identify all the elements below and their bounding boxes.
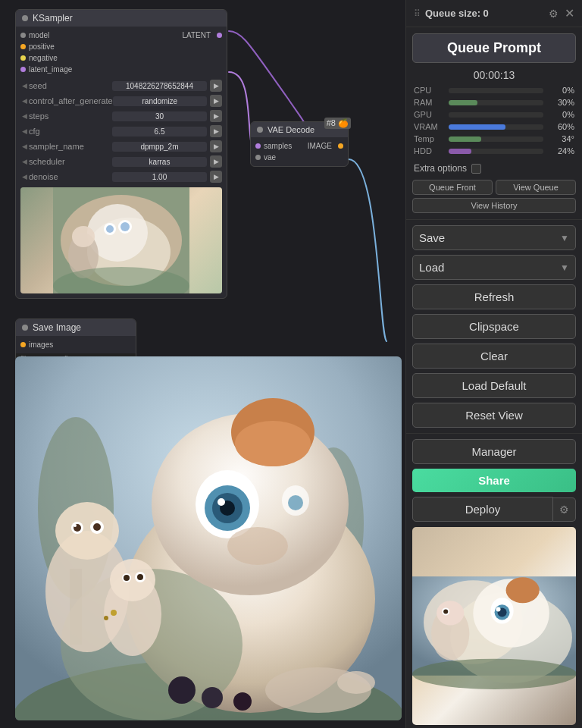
ksampler-ports: model LATENT positive negative: [16, 27, 227, 78]
stat-cpu: CPU 0%: [414, 84, 574, 96]
svg-point-53: [506, 577, 540, 603]
extra-options-label: Extra options: [414, 163, 467, 174]
svg-point-37: [110, 559, 155, 601]
divider-2: [406, 433, 582, 434]
svg-point-28: [227, 527, 288, 565]
stat-ram: RAM 30%: [414, 96, 574, 108]
svg-point-42: [111, 610, 117, 616]
port-dot-vae: [255, 155, 261, 160]
load-arrow-icon: ▼: [560, 262, 569, 273]
extra-options-row: Extra options: [406, 160, 582, 177]
port-positive: positive: [16, 41, 227, 52]
port-dot-negative: [20, 55, 26, 61]
svg-point-27: [288, 495, 303, 510]
ksampler-label: KSampler: [33, 13, 73, 24]
large-preview: [15, 356, 402, 720]
port-dot-image-out: [338, 143, 343, 149]
port-model: model LATENT: [16, 30, 227, 41]
svg-point-43: [104, 616, 108, 620]
refresh-button[interactable]: Refresh: [412, 284, 576, 309]
stat-gpu: GPU 0%: [414, 108, 574, 121]
deploy-gear-icon[interactable]: ⚙: [553, 497, 576, 522]
clipspace-button[interactable]: Clipspace: [412, 314, 576, 339]
svg-point-25: [217, 498, 225, 506]
svg-point-9: [72, 226, 95, 247]
save-label: Save Image: [33, 322, 81, 333]
svg-point-62: [412, 659, 576, 689]
view-history-button[interactable]: View History: [412, 198, 576, 213]
ksampler-art: [20, 187, 222, 293]
divider-1: [406, 219, 582, 220]
svg-point-35: [93, 523, 101, 531]
grid-icon: ⠿: [414, 8, 421, 19]
svg-point-30: [55, 502, 119, 560]
svg-point-48: [337, 671, 375, 694]
vae-decode-node: VAE Decode #8 🍊 samples IMAGE vae: [250, 121, 349, 167]
thumbnail-preview: [412, 527, 576, 725]
vae-title: VAE Decode #8 🍊: [251, 122, 348, 137]
deploy-button[interactable]: Deploy: [412, 497, 553, 522]
param-cfg: ◀ cfg 6.5 ▶: [16, 124, 227, 139]
close-icon[interactable]: ✕: [565, 6, 574, 20]
stats-section: CPU 0% RAM 30% GPU 0% VRAM 60%: [406, 83, 582, 160]
port-dot-images: [20, 342, 26, 347]
svg-point-33: [74, 524, 77, 527]
manager-button[interactable]: Manager: [412, 439, 576, 464]
preview-art: [15, 356, 402, 720]
save-ports: images: [16, 336, 136, 353]
reset-view-button[interactable]: Reset View: [412, 403, 576, 428]
queue-size-label: Queue size: 0: [425, 8, 489, 19]
timer-display: 00:00:13: [406, 66, 582, 83]
param-seed: ◀ seed 1048226278652844 ▶: [16, 78, 227, 93]
extra-options-checkbox[interactable]: [471, 164, 481, 174]
param-control: ◀ control_after_generate randomize ▶: [16, 93, 227, 108]
settings-icon[interactable]: ⚙: [549, 8, 559, 20]
port-dot-latent-image: [20, 67, 26, 72]
load-default-button[interactable]: Load Default: [412, 373, 576, 398]
port-latent-image: latent_image: [16, 64, 227, 75]
save-title: Save Image: [16, 319, 136, 336]
canvas-area: KSampler model LATENT positive: [0, 0, 405, 728]
param-sampler: ◀ sampler_name dpmpp_2m ▶: [16, 139, 227, 154]
save-button[interactable]: Save ▼: [412, 225, 576, 250]
svg-point-41: [137, 574, 143, 580]
deploy-row: Deploy ⚙: [412, 497, 576, 522]
svg-point-44: [168, 676, 196, 704]
thumbnail-art: [412, 527, 576, 725]
svg-point-7: [120, 222, 130, 231]
stat-vram: VRAM 60%: [414, 121, 574, 133]
vae-ports: samples IMAGE vae: [251, 137, 348, 166]
svg-point-46: [233, 692, 252, 711]
vae-label: VAE Decode: [268, 125, 314, 134]
svg-point-57: [496, 607, 501, 611]
port-dot-samples: [255, 143, 261, 149]
queue-buttons: Queue Front View Queue: [406, 177, 582, 198]
svg-point-20: [235, 421, 311, 466]
port-dot-latent-out: [217, 33, 222, 38]
share-button[interactable]: Share: [412, 469, 576, 492]
svg-point-45: [202, 687, 223, 708]
svg-point-61: [443, 609, 448, 613]
vae-port-vae: vae: [251, 152, 348, 163]
queue-front-button[interactable]: Queue Front: [412, 180, 493, 195]
param-scheduler: ◀ scheduler karras ▶: [16, 154, 227, 169]
queue-prompt-button[interactable]: Queue Prompt: [412, 33, 576, 63]
svg-point-5: [106, 225, 114, 233]
load-button[interactable]: Load ▼: [412, 255, 576, 280]
svg-point-39: [124, 575, 130, 581]
port-negative: negative: [16, 52, 227, 64]
stat-temp: Temp 34°: [414, 133, 574, 145]
save-arrow-icon: ▼: [560, 233, 569, 243]
view-queue-button[interactable]: View Queue: [496, 180, 576, 195]
port-dot-model: [20, 33, 26, 38]
save-port-images: images: [16, 339, 136, 350]
port-dot-positive: [20, 44, 26, 49]
param-denoise: ◀ denoise 1.00 ▶: [16, 169, 227, 184]
panel-header: ⠿ Queue size: 0 ⚙ ✕: [406, 0, 582, 27]
ksampler-thumbnail: [20, 187, 222, 293]
param-steps: ◀ steps 30 ▶: [16, 108, 227, 124]
ksampler-node: KSampler model LATENT positive: [15, 9, 227, 299]
ksampler-dot: [22, 15, 28, 21]
clear-button[interactable]: Clear: [412, 344, 576, 369]
ksampler-title: KSampler: [16, 10, 227, 27]
